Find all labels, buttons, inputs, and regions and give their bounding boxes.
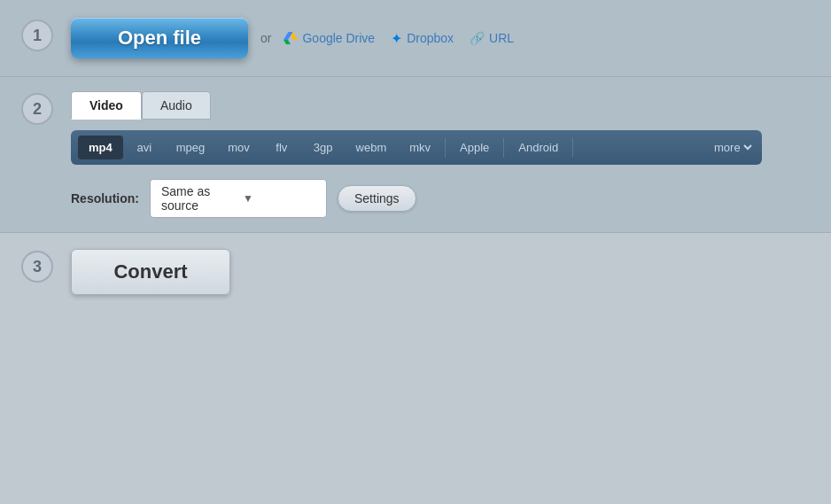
section-2: 2 Video Audio mp4 avi mpeg mov flv 3gp w… bbox=[0, 77, 831, 233]
or-label: or bbox=[260, 31, 271, 45]
resolution-row: Resolution: Same as source ▼ Settings bbox=[71, 179, 416, 218]
format-webm[interactable]: webm bbox=[346, 136, 398, 159]
format-divider-2 bbox=[503, 138, 504, 158]
format-bar: mp4 avi mpeg mov flv 3gp webm mkv Apple … bbox=[71, 130, 762, 165]
google-drive-link[interactable]: Google Drive bbox=[283, 31, 375, 45]
link-icon: 🔗 bbox=[470, 31, 485, 45]
resolution-dropdown[interactable]: Same as source ▼ bbox=[150, 179, 327, 218]
gdrive-icon bbox=[283, 32, 298, 44]
step-number-1: 1 bbox=[21, 19, 53, 51]
dropbox-icon: ✦ bbox=[391, 30, 402, 47]
format-mpeg[interactable]: mpeg bbox=[166, 136, 216, 159]
tab-video[interactable]: Video bbox=[71, 91, 142, 120]
google-drive-label: Google Drive bbox=[302, 31, 375, 45]
url-link[interactable]: 🔗 URL bbox=[470, 31, 514, 45]
url-label: URL bbox=[489, 31, 514, 45]
settings-button[interactable]: Settings bbox=[338, 185, 416, 212]
resolution-value: Same as source bbox=[161, 184, 236, 213]
tab-audio[interactable]: Audio bbox=[142, 91, 211, 120]
convert-button[interactable]: Convert bbox=[71, 249, 230, 295]
format-flv[interactable]: flv bbox=[262, 136, 301, 159]
section-1-content: Open file or Google Drive ✦ Dropbox 🔗 UR… bbox=[71, 18, 810, 58]
format-3gp[interactable]: 3gp bbox=[303, 136, 344, 159]
step-number-3: 3 bbox=[21, 251, 53, 283]
chevron-down-icon: ▼ bbox=[243, 192, 317, 205]
section-2-content: Video Audio mp4 avi mpeg mov flv 3gp web… bbox=[71, 91, 810, 218]
format-mkv[interactable]: mkv bbox=[399, 136, 441, 159]
dropbox-link[interactable]: ✦ Dropbox bbox=[391, 30, 454, 47]
dropbox-label: Dropbox bbox=[407, 31, 454, 45]
format-avi[interactable]: avi bbox=[125, 136, 164, 159]
format-mp4[interactable]: mp4 bbox=[78, 136, 123, 159]
cloud-links: Google Drive ✦ Dropbox 🔗 URL bbox=[283, 30, 514, 47]
section-3-content: Convert bbox=[71, 249, 810, 295]
format-more[interactable]: more bbox=[711, 140, 755, 155]
format-more-select[interactable]: more bbox=[711, 140, 755, 155]
section-1: 1 Open file or Google Drive ✦ Dropbox 🔗 … bbox=[0, 0, 831, 77]
format-apple[interactable]: Apple bbox=[449, 136, 500, 159]
format-android[interactable]: Android bbox=[508, 136, 569, 159]
format-tabs: Video Audio bbox=[71, 91, 211, 120]
step-number-2: 2 bbox=[21, 93, 53, 125]
format-divider-3 bbox=[572, 138, 573, 158]
svg-marker-1 bbox=[283, 40, 291, 44]
open-file-button[interactable]: Open file bbox=[71, 18, 248, 58]
resolution-label: Resolution: bbox=[71, 191, 139, 205]
section-3: 3 Convert bbox=[0, 233, 831, 504]
format-divider-1 bbox=[445, 138, 446, 158]
format-mov[interactable]: mov bbox=[217, 136, 260, 159]
